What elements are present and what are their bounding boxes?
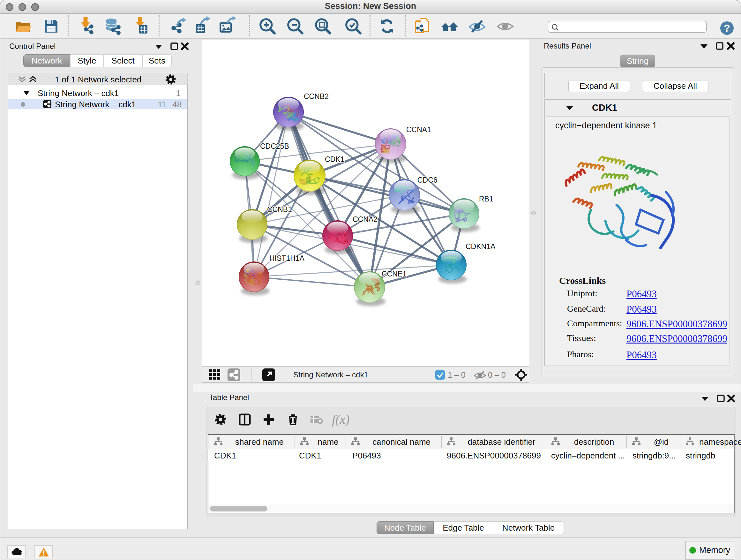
svg-text:?: ? bbox=[724, 22, 730, 34]
svg-text:CCNA2: CCNA2 bbox=[353, 215, 378, 224]
svg-text:CDKN1A: CDKN1A bbox=[466, 242, 495, 251]
svg-text:CCNB1: CCNB1 bbox=[267, 205, 292, 213]
svg-text:CDK1: CDK1 bbox=[325, 155, 344, 164]
svg-text:HIST1H1A: HIST1H1A bbox=[269, 254, 305, 262]
svg-text:CCNA1: CCNA1 bbox=[406, 125, 431, 134]
svg-text:CCNE1: CCNE1 bbox=[382, 270, 407, 278]
svg-text:RB1: RB1 bbox=[479, 195, 493, 203]
svg-text:CDC6: CDC6 bbox=[417, 176, 437, 184]
svg-text:CCNB2: CCNB2 bbox=[304, 92, 329, 101]
svg-text:CDC25B: CDC25B bbox=[260, 142, 289, 150]
